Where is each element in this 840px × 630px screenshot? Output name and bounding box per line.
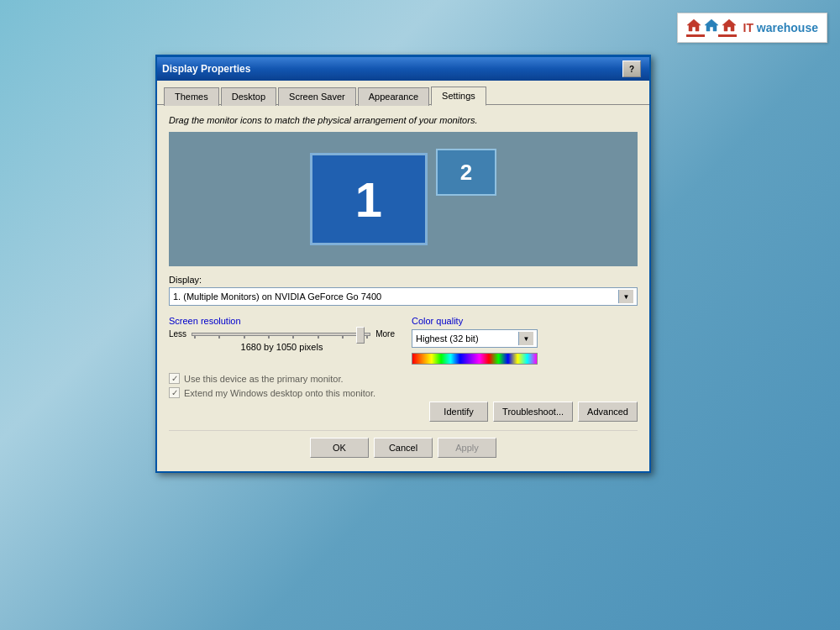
slider-dot [318,335,319,339]
logo-line-right [718,34,737,37]
resolution-col: Screen resolution Less [169,316,395,365]
slider-dot [194,335,196,339]
more-label: More [375,329,395,339]
monitor-preview-area: 1 2 [169,132,638,266]
identify-button[interactable]: Identify [429,402,488,422]
slider-dot [292,335,294,339]
house3-icon [722,18,737,32]
logo-line-left [686,34,705,37]
cancel-button[interactable]: Cancel [374,438,433,458]
dialog-window: Display Properties ? Themes Desktop Scre… [155,55,651,473]
advanced-button[interactable]: Advanced [578,402,638,422]
resolution-slider[interactable] [192,333,370,336]
slider-dot [244,335,245,339]
display-label: Display: [169,275,638,285]
house1-icon [686,18,701,32]
color-quality-value: Highest (32 bit) [416,333,479,344]
title-bar-buttons: ? [622,60,644,77]
primary-monitor-row: ✓ Use this device as the primary monitor… [169,373,638,384]
extend-desktop-checkbox[interactable]: ✓ [169,387,180,398]
ok-button[interactable]: OK [310,438,369,458]
svg-marker-2 [722,19,736,31]
primary-monitor-label: Use this device as the primary monitor. [184,374,344,384]
svg-marker-0 [687,19,701,31]
bottom-buttons: OK Cancel Apply [169,430,638,461]
logo-warehouse: warehouse [753,21,818,34]
monitor-1[interactable]: 1 [310,153,428,245]
display-dropdown-row: 1. (Multiple Monitors) on NVIDIA GeForce… [169,287,638,306]
title-bar: Display Properties ? [157,57,649,81]
house2-icon [704,18,719,32]
resolution-label: Screen resolution [169,316,395,326]
slider-dot [342,335,344,339]
controls-row: Screen resolution Less [169,316,638,365]
tab-themes[interactable]: Themes [164,87,219,106]
slider-row: Less More [169,329,395,339]
logo-box: IT warehouse [677,13,827,43]
logo-text: IT warehouse [743,21,818,34]
instruction-text: Drag the monitor icons to match the phys… [169,115,638,125]
color-quality-dropdown[interactable]: Highest (32 bit) ▼ [412,329,538,348]
monitor-2-label: 2 [460,160,472,186]
troubleshoot-button[interactable]: Troubleshoot... [493,402,573,422]
tab-screensaver[interactable]: Screen Saver [278,87,356,106]
monitor-1-label: 1 [355,171,382,228]
display-dropdown[interactable]: 1. (Multiple Monitors) on NVIDIA GeForce… [169,287,638,306]
color-quality-label: Color quality [412,316,638,326]
resolution-value: 1680 by 1050 pixels [169,342,395,352]
tab-settings[interactable]: Settings [431,87,486,106]
logo-it: IT [743,21,753,34]
color-quality-col: Color quality Highest (32 bit) ▼ [412,316,638,365]
svg-marker-1 [705,19,718,31]
action-buttons: Identify Troubleshoot... Advanced [169,402,638,422]
apply-button[interactable]: Apply [438,438,496,458]
primary-monitor-checkbox[interactable]: ✓ [169,373,180,384]
display-dropdown-arrow[interactable]: ▼ [618,290,633,303]
tab-appearance[interactable]: Appearance [358,87,429,106]
slider-dot [218,335,220,339]
slider-dot [268,335,270,339]
less-label: Less [169,329,186,339]
help-button[interactable]: ? [622,60,641,77]
extend-desktop-label: Extend my Windows desktop onto this moni… [184,388,375,398]
dialog-content: Drag the monitor icons to match the phys… [157,104,649,471]
monitor-2[interactable]: 2 [436,149,496,196]
display-dropdown-value: 1. (Multiple Monitors) on NVIDIA GeForce… [173,291,381,302]
color-bar [412,353,538,365]
color-quality-dropdown-arrow[interactable]: ▼ [518,332,533,345]
slider-dot [366,335,368,339]
slider-thumb[interactable] [356,327,365,344]
dialog-title: Display Properties [162,63,250,75]
extend-desktop-row: ✓ Extend my Windows desktop onto this mo… [169,387,638,398]
tab-desktop[interactable]: Desktop [221,87,276,106]
tabs-bar: Themes Desktop Screen Saver Appearance S… [157,81,649,105]
